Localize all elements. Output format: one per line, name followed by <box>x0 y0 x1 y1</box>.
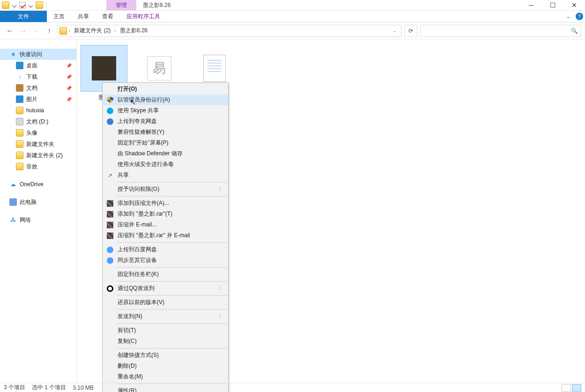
exe-icon <box>92 56 116 80</box>
recent-dropdown-icon[interactable]: ⌄ <box>31 26 41 36</box>
share-icon: ↗ <box>104 172 116 179</box>
ctx-quark-upload[interactable]: 上传到夸克网盘 <box>103 116 228 127</box>
nav-downloads[interactable]: ↓ 下载 📌 <box>0 71 76 82</box>
ctx-send-to[interactable]: 发送到(N)〉 <box>103 311 228 322</box>
tab-share[interactable]: 共享 <box>71 11 96 22</box>
ctx-zip-email[interactable]: 压缩并 E-mail... <box>103 219 228 230</box>
nav-label: 文档 (D:) <box>26 118 48 126</box>
separator <box>117 242 227 243</box>
nav-avatar[interactable]: 头像 <box>0 127 76 138</box>
folder-icon <box>16 163 23 170</box>
nav-label: 快速访问 <box>20 51 42 58</box>
nav-newfolder[interactable]: 新建文件夹 <box>0 138 76 150</box>
search-icon: 🔍 <box>571 28 578 34</box>
forward-button: → <box>18 26 28 36</box>
close-button[interactable]: ✕ <box>563 0 585 10</box>
nav-label: 图片 <box>26 95 37 103</box>
ctx-skype-share[interactable]: 使用 Skype 共享 <box>103 105 228 116</box>
refresh-button[interactable]: ⟳ <box>404 25 417 37</box>
nav-documents[interactable]: 文档 📌 <box>0 82 76 94</box>
folder-icon <box>59 27 67 35</box>
pin-icon: 📌 <box>66 86 72 91</box>
search-input[interactable]: 🔍 <box>420 25 581 37</box>
pc-icon <box>9 198 17 206</box>
up-button[interactable]: ↑ <box>44 26 54 36</box>
ribbon-collapse-icon[interactable]: ⌄ <box>563 11 574 22</box>
quick-access-toolbar <box>0 0 49 10</box>
folder-icon[interactable] <box>2 1 9 9</box>
ctx-shadow-defender[interactable]: 由 Shadow Defender 储存 <box>103 148 228 159</box>
tab-home[interactable]: 主页 <box>47 11 71 22</box>
winrar-icon <box>107 222 113 228</box>
separator <box>117 295 227 296</box>
nav-newfolder2[interactable]: 新建文件夹 (2) <box>0 150 76 161</box>
quark-icon <box>107 118 113 125</box>
ctx-grant-access[interactable]: 授予访问权限(G)〉 <box>103 184 228 195</box>
view-details-button[interactable] <box>562 384 571 392</box>
ctx-add-rar[interactable]: 添加到 "墨之影.rar"(T) <box>103 209 228 219</box>
address-bar[interactable]: › 新建文件夹 (2) › 墨之影8.26 ⌄ <box>57 25 401 37</box>
e-lang-icon: 易 <box>147 56 171 80</box>
breadcrumb[interactable]: 墨之影8.26 <box>118 26 149 36</box>
properties-icon[interactable] <box>19 2 26 8</box>
ctx-restore-versions[interactable]: 还原以前的版本(V) <box>103 297 228 308</box>
qat-dropdown-icon[interactable] <box>29 3 33 7</box>
breadcrumb-sep-icon[interactable]: › <box>114 28 116 33</box>
nav-label: 桌面 <box>26 62 37 70</box>
separator <box>117 281 227 282</box>
nav-label: 下载 <box>26 73 37 81</box>
nav-desktop[interactable]: 桌面 📌 <box>0 60 76 71</box>
nav-network[interactable]: 🖧 网络 <box>0 214 76 225</box>
pin-icon: 📌 <box>66 63 72 68</box>
window-title: 墨之影8.26 <box>136 0 177 10</box>
contextual-tab-label: 管理 <box>106 0 136 10</box>
ctx-sync-devices[interactable]: 同步至其它设备 <box>103 255 228 266</box>
ctx-qq-send[interactable]: 通过QQ发送到〉 <box>103 283 228 294</box>
ctx-baidu-upload[interactable]: 上传到百度网盘 <box>103 244 228 255</box>
ctx-open[interactable]: 打开(O) <box>103 84 228 94</box>
folder-icon[interactable] <box>36 1 43 9</box>
ctx-pin-taskbar[interactable]: 固定到任务栏(K) <box>103 269 228 280</box>
ctx-add-archive[interactable]: 添加到压缩文件(A)... <box>103 198 228 209</box>
qq-icon <box>107 285 113 292</box>
ctx-cut[interactable]: 剪切(T) <box>103 325 228 336</box>
ctx-compat[interactable]: 兼容性疑难解答(Y) <box>103 127 228 138</box>
ctx-pin-start[interactable]: 固定到"开始"屏幕(P) <box>103 138 228 148</box>
breadcrumb-sep-icon[interactable]: › <box>69 28 70 33</box>
ctx-run-as-admin[interactable]: 以管理员身份运行(A) <box>103 94 228 105</box>
back-button[interactable]: ← <box>5 26 15 36</box>
ctx-create-shortcut[interactable]: 创建快捷方式(S) <box>103 350 228 361</box>
folder-icon <box>16 129 23 137</box>
minimize-button[interactable]: ─ <box>520 0 542 10</box>
status-item-count: 3 个项目 <box>4 384 25 392</box>
navigation-bar: ← → ⌄ ↑ › 新建文件夹 (2) › 墨之影8.26 ⌄ ⟳ 🔍 <box>0 22 585 39</box>
ctx-rename[interactable]: 重命名(M) <box>103 371 228 382</box>
tab-app-tools[interactable]: 应用程序工具 <box>120 11 167 22</box>
ctx-delete[interactable]: 删除(D) <box>103 361 228 371</box>
ctx-copy[interactable]: 复制(C) <box>103 336 228 347</box>
maximize-button[interactable]: ☐ <box>542 0 563 10</box>
ctx-share[interactable]: ↗共享 <box>103 170 228 181</box>
tab-file[interactable]: 文件 <box>0 11 47 22</box>
nav-pictures[interactable]: 图片 📌 <box>0 94 76 105</box>
tab-view[interactable]: 查看 <box>96 11 120 22</box>
nav-docs-d[interactable]: 文档 (D:) <box>0 116 76 127</box>
address-dropdown-icon[interactable]: ⌄ <box>392 28 399 33</box>
nav-onedrive[interactable]: ☁ OneDrive <box>0 179 76 190</box>
help-button[interactable]: ? <box>574 11 585 22</box>
nav-label: OneDrive <box>20 181 44 188</box>
window-controls: ─ ☐ ✕ <box>520 0 585 10</box>
nav-sfx[interactable]: 音效 <box>0 161 76 172</box>
nav-thispc[interactable]: 此电脑 <box>0 196 76 208</box>
qat-dropdown-icon[interactable] <box>12 3 17 7</box>
separator <box>117 267 227 268</box>
separator <box>117 182 227 182</box>
view-large-icons-button[interactable] <box>572 384 581 392</box>
ctx-rar-email[interactable]: 压缩到 "墨之影.rar" 并 E-mail <box>103 230 228 241</box>
pictures-icon <box>16 95 23 103</box>
nav-huluxia[interactable]: huluxia <box>0 105 76 116</box>
breadcrumb[interactable]: 新建文件夹 (2) <box>72 26 112 36</box>
ctx-huorong-scan[interactable]: 使用火绒安全进行杀毒 <box>103 159 228 170</box>
separator <box>117 323 227 324</box>
nav-quick-access[interactable]: ★ 快速访问 <box>0 49 76 60</box>
